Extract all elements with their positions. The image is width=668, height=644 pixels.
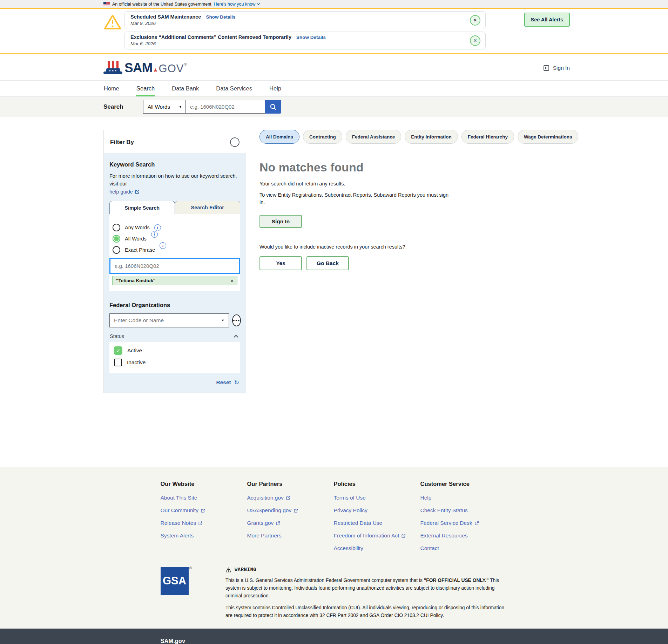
alert-banner: Scheduled SAM Maintenance Show Details M… xyxy=(124,11,486,29)
refresh-icon[interactable]: ↻ xyxy=(234,380,239,386)
caret-down-icon: ▼ xyxy=(221,319,224,322)
footer-link[interactable]: Check Entity Status xyxy=(420,507,507,514)
alert-date: Mar 6, 2026 xyxy=(130,41,464,46)
info-icon[interactable]: i xyxy=(151,231,158,238)
chevron-up-icon[interactable] xyxy=(234,335,238,338)
external-link-icon xyxy=(276,521,280,526)
include-inactive-question: Would you like to include inactive recor… xyxy=(259,244,578,250)
warning-paragraph-1: This is a U.S. General Services Administ… xyxy=(225,577,508,600)
alert-date: Mar 9, 2026 xyxy=(130,21,464,26)
radio-button[interactable] xyxy=(113,224,120,231)
site-header: ★ ★ ★ SAM ★ GOV ® Sign In xyxy=(0,54,668,80)
footer-column-policies: Policies Terms of Use Privacy Policy Res… xyxy=(334,481,420,558)
keyword-help-text: For more information on how to use our k… xyxy=(109,173,237,187)
external-link-icon xyxy=(286,496,290,500)
nav-item[interactable]: Search xyxy=(136,81,155,96)
footer-link[interactable]: More Partners xyxy=(247,533,334,539)
alert-title: Exclusions “Additional Comments” Content… xyxy=(130,34,291,40)
close-icon: × xyxy=(473,17,477,23)
yes-button[interactable]: Yes xyxy=(259,256,302,270)
domain-tab[interactable]: Entity Information xyxy=(405,130,458,144)
alert-close-button[interactable]: × xyxy=(470,35,480,46)
keyword-tab[interactable]: Simple Search xyxy=(109,201,175,214)
alert-show-details-link[interactable]: Show Details xyxy=(206,14,235,20)
warning-paragraph-2: This system contains Controlled Unclassi… xyxy=(225,604,508,619)
radio-button[interactable] xyxy=(113,235,120,243)
alert-show-details-link[interactable]: Show Details xyxy=(296,35,326,40)
footer-link[interactable]: Federal Service Desk xyxy=(420,520,507,526)
radio-label: Any Words xyxy=(125,225,150,230)
alert-close-button[interactable]: × xyxy=(470,15,480,26)
footer-link[interactable]: Our Community xyxy=(161,507,247,514)
help-guide-link[interactable]: help guide xyxy=(109,188,140,196)
search-submit-button[interactable] xyxy=(265,100,281,114)
how-you-know-link[interactable]: Here’s how you know xyxy=(214,2,261,7)
more-options-button[interactable]: ●●● xyxy=(232,314,241,326)
domain-tab[interactable]: Wage Determinations xyxy=(518,130,579,144)
alerts-list: Scheduled SAM Maintenance Show Details M… xyxy=(124,11,486,49)
info-icon[interactable]: i xyxy=(154,224,161,231)
radio-option[interactable]: All Words i xyxy=(109,235,240,243)
domain-tab[interactable]: Federal Hierarchy xyxy=(461,130,514,144)
logo-gov-text: GOV xyxy=(159,62,184,75)
footer-link[interactable]: Privacy Policy xyxy=(334,507,420,514)
radio-option[interactable]: Any Words i xyxy=(109,224,240,231)
domain-tabs: All Domains Contracting Federal Assistan… xyxy=(259,130,578,144)
radio-button[interactable] xyxy=(113,246,120,254)
warning-triangle-icon xyxy=(225,567,231,572)
see-all-alerts-button[interactable]: See All Alerts xyxy=(524,13,570,27)
registered-mark: ® xyxy=(184,62,187,66)
footer-link[interactable]: Restricted Data Use xyxy=(334,520,420,526)
nav-item[interactable]: Help xyxy=(269,81,282,96)
results-message: Your search did not return any results. xyxy=(259,181,578,187)
footer-link[interactable]: Contact xyxy=(420,545,507,551)
identity-bar: SAM.gov An official website of the U.S. … xyxy=(0,629,668,644)
footer-link[interactable]: Release Notes xyxy=(161,520,247,526)
domain-tab[interactable]: Federal Assistance xyxy=(346,130,402,144)
keyword-tab[interactable]: Search Editor xyxy=(175,201,241,214)
search-input[interactable] xyxy=(186,100,265,114)
footer-heading: Policies xyxy=(334,481,420,487)
svg-text:★ ★ ★: ★ ★ ★ xyxy=(109,69,117,72)
domain-tab[interactable]: Contracting xyxy=(303,130,342,144)
search-mode-select[interactable]: All Words ▼ xyxy=(143,100,186,114)
footer-link[interactable]: Terms of Use xyxy=(334,495,420,501)
keyword-chip: "Tetiana Kostiuk" × xyxy=(112,276,237,285)
footer-link[interactable]: Help xyxy=(420,495,507,501)
checkbox-label: Inactive xyxy=(127,359,146,366)
reset-filters-link[interactable]: Reset xyxy=(216,379,231,386)
status-option[interactable]: ✓ Active xyxy=(114,346,236,355)
footer-link[interactable]: External Resources xyxy=(420,533,507,539)
footer-link[interactable]: Grants.gov xyxy=(247,520,334,526)
radio-option[interactable]: Exact Phrase i xyxy=(109,246,240,254)
nav-item[interactable]: Data Bank xyxy=(171,81,199,96)
nav-item[interactable]: Home xyxy=(103,81,120,96)
checkbox[interactable]: ✓ xyxy=(114,359,122,366)
footer-link[interactable]: Freedom of Information Act xyxy=(334,533,420,539)
footer-link[interactable]: Accessibility xyxy=(334,545,420,551)
sign-in-button[interactable]: Sign In xyxy=(259,215,302,228)
search-icon xyxy=(269,103,277,111)
footer-link[interactable]: System Alerts xyxy=(161,533,247,539)
check-icon: ✓ xyxy=(114,346,122,355)
main-nav: Home Search Data Bank Data Services Help xyxy=(0,80,668,96)
status-option[interactable]: ✓ Inactive xyxy=(114,359,236,366)
collapse-filters-button[interactable]: – xyxy=(230,137,239,147)
nav-item[interactable]: Data Services xyxy=(216,81,252,96)
checkbox[interactable]: ✓ xyxy=(114,346,122,355)
registered-mark: ® xyxy=(189,566,192,595)
federal-organizations-select[interactable]: Enter Code or Name ▼ xyxy=(109,313,229,327)
status-label: Status xyxy=(110,333,124,339)
footer-link[interactable]: USASpending.gov xyxy=(247,507,334,514)
keyword-input[interactable] xyxy=(109,258,240,274)
chip-remove-icon[interactable]: × xyxy=(230,278,234,284)
info-icon[interactable]: i xyxy=(160,242,166,249)
footer-link[interactable]: Acquisition.gov xyxy=(247,495,334,501)
external-link-icon xyxy=(293,508,298,513)
sign-in-link[interactable]: Sign In xyxy=(543,65,570,72)
footer-link[interactable]: About This Site xyxy=(161,495,247,501)
sam-gov-logo[interactable]: ★ ★ ★ SAM ★ GOV ® xyxy=(103,61,187,75)
external-link-icon xyxy=(135,189,140,194)
go-back-button[interactable]: Go Back xyxy=(306,256,349,270)
domain-tab[interactable]: All Domains xyxy=(259,130,299,144)
